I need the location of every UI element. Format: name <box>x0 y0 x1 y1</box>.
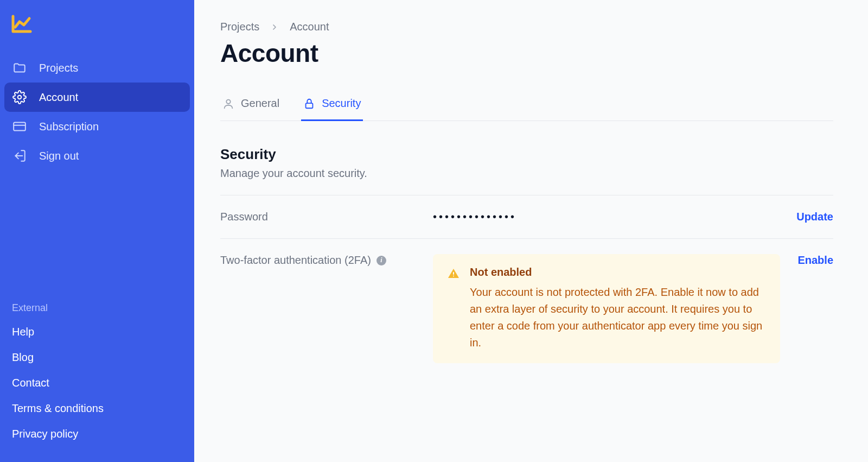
sidebar-item-projects[interactable]: Projects <box>4 53 190 83</box>
tab-general[interactable]: General <box>220 92 282 121</box>
external-link-blog[interactable]: Blog <box>4 345 190 370</box>
setting-row-2fa: Two-factor authentication (2FA) i Not en… <box>220 238 833 378</box>
external-link-privacy[interactable]: Privacy policy <box>4 421 190 447</box>
sidebar-item-signout[interactable]: Sign out <box>4 141 190 170</box>
folder-icon <box>12 61 27 75</box>
svg-rect-5 <box>306 103 313 108</box>
twofa-alert: Not enabled Your account is not protecte… <box>433 254 780 363</box>
enable-2fa-button[interactable]: Enable <box>797 254 833 267</box>
svg-rect-7 <box>453 276 454 277</box>
sidebar-item-subscription[interactable]: Subscription <box>4 112 190 141</box>
svg-point-0 <box>18 96 22 99</box>
alert-text: Your account is not protected with 2FA. … <box>470 284 766 351</box>
sidebar-nav: Projects Account Subscription Sign out <box>4 53 190 170</box>
breadcrumb-item[interactable]: Projects <box>220 21 259 33</box>
breadcrumb: Projects Account <box>220 21 833 33</box>
tab-label: Security <box>322 97 361 110</box>
section-title: Security <box>220 146 833 163</box>
sidebar-item-label: Projects <box>39 62 78 74</box>
external-link-help[interactable]: Help <box>4 319 190 345</box>
svg-rect-1 <box>14 122 25 130</box>
breadcrumb-item[interactable]: Account <box>290 21 329 33</box>
svg-rect-6 <box>453 272 454 275</box>
tabs: General Security <box>220 92 833 121</box>
main: Projects Account Account General Securit… <box>194 0 868 462</box>
signout-icon <box>12 149 27 163</box>
setting-row-password: Password •••••••••••••• Update <box>220 195 833 238</box>
setting-label: Two-factor authentication (2FA) i <box>220 254 416 267</box>
tab-security[interactable]: Security <box>301 92 363 121</box>
sidebar-item-label: Account <box>39 91 78 104</box>
external-link-contact[interactable]: Contact <box>4 370 190 396</box>
tab-label: General <box>241 97 279 110</box>
sidebar-item-label: Sign out <box>39 150 79 162</box>
chevron-right-icon <box>270 23 279 31</box>
sidebar: Projects Account Subscription Sign out E… <box>0 0 194 462</box>
alert-title: Not enabled <box>470 266 766 279</box>
warning-icon <box>447 267 460 351</box>
password-masked: •••••••••••••• <box>433 211 779 223</box>
section-subtitle: Manage your account security. <box>220 167 833 180</box>
lock-icon <box>303 98 315 110</box>
user-icon <box>222 98 234 110</box>
logo <box>11 14 33 34</box>
gear-icon <box>12 90 27 104</box>
external-heading: External <box>4 298 190 319</box>
info-icon[interactable]: i <box>376 256 386 265</box>
setting-label: Password <box>220 211 416 223</box>
update-password-button[interactable]: Update <box>796 211 833 223</box>
credit-card-icon <box>12 119 27 134</box>
external-links: Help Blog Contact Terms & conditions Pri… <box>4 319 190 447</box>
sidebar-item-account[interactable]: Account <box>4 83 190 112</box>
svg-point-4 <box>226 99 230 103</box>
external-link-terms[interactable]: Terms & conditions <box>4 396 190 421</box>
page-title: Account <box>220 39 833 68</box>
sidebar-item-label: Subscription <box>39 121 99 133</box>
